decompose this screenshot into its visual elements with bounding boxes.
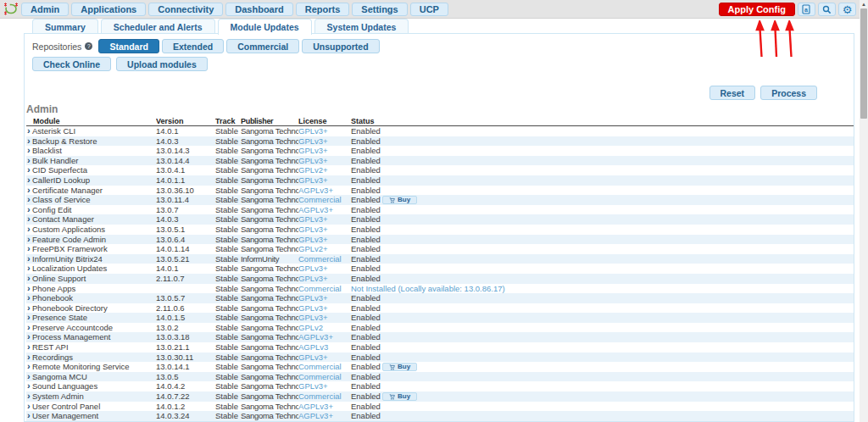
chevron-right-icon[interactable]: › — [26, 402, 32, 412]
table-row[interactable]: ›CallerID Lookup14.0.1.1StableSangoma Te… — [26, 175, 854, 186]
scroll-up-arrow[interactable]: ▲ — [860, 1, 868, 8]
license-link[interactable]: GPLv3+ — [298, 235, 328, 244]
buy-button[interactable]: Buy — [382, 392, 417, 401]
table-row[interactable]: ›Recordings13.0.30.11StableSangoma Techn… — [26, 353, 854, 363]
chevron-right-icon[interactable]: › — [26, 274, 32, 284]
license-link[interactable]: GPLv3+ — [298, 214, 328, 224]
chevron-right-icon[interactable]: › — [26, 175, 32, 186]
license-link[interactable]: Commercial — [298, 362, 342, 371]
repo-commercial-button[interactable]: Commercial — [226, 39, 299, 53]
chevron-right-icon[interactable]: › — [26, 372, 32, 382]
chevron-right-icon[interactable]: › — [26, 254, 32, 264]
license-link[interactable]: Commercial — [298, 391, 342, 401]
license-link[interactable]: GPLv3+ — [298, 156, 328, 165]
nav-item-applications[interactable]: Applications — [71, 3, 146, 16]
license-link[interactable]: GPLv3+ — [298, 313, 328, 322]
table-row[interactable]: ›Asterisk CLI14.0.1StableSangoma Technol… — [26, 126, 854, 136]
chevron-right-icon[interactable]: › — [26, 342, 32, 353]
license-link[interactable]: GPLv3+ — [298, 136, 328, 146]
table-row[interactable]: ›Sound Languages14.0.4.2StableSangoma Te… — [26, 381, 854, 391]
table-row[interactable]: ›Custom Applications13.0.5.1StableSangom… — [26, 225, 854, 235]
license-link[interactable]: Commercial — [298, 372, 342, 381]
chevron-right-icon[interactable]: › — [26, 284, 32, 294]
license-link[interactable]: GPLv3+ — [298, 175, 328, 185]
table-row[interactable]: ›Backup & Restore14.0.3StableSangoma Tec… — [26, 136, 854, 147]
license-link[interactable]: AGPLv3+ — [298, 411, 333, 420]
license-link[interactable]: Commercial — [298, 254, 342, 264]
table-row[interactable]: ›Contact Manager14.0.3StableSangoma Tech… — [26, 214, 854, 225]
license-link[interactable]: AGPLv3+ — [298, 402, 333, 411]
chevron-right-icon[interactable]: › — [26, 391, 32, 402]
table-row[interactable]: ›InformUnity Bitrix2413.0.5.21StableInfo… — [26, 254, 854, 264]
vertical-scrollbar[interactable]: ▲ — [860, 0, 868, 422]
search-button[interactable] — [818, 3, 836, 16]
nav-item-admin[interactable]: Admin — [21, 3, 69, 16]
reset-button[interactable]: Reset — [709, 86, 756, 100]
table-row[interactable]: ›Class of Service13.0.11.4StableSangoma … — [26, 195, 854, 205]
chevron-right-icon[interactable]: › — [26, 214, 32, 225]
repo-unsupported-button[interactable]: Unsupported — [302, 39, 379, 53]
table-row[interactable]: ›Preserve Accountcode13.0.2StableSangoma… — [26, 323, 854, 333]
chevron-right-icon[interactable]: › — [26, 313, 32, 323]
table-row[interactable]: ›Bulk Handler13.0.14.4StableSangoma Tech… — [26, 156, 854, 166]
table-row[interactable]: ›Process Management13.0.3.18StableSangom… — [26, 332, 854, 342]
buy-button[interactable]: Buy — [382, 196, 417, 204]
chevron-right-icon[interactable]: › — [26, 332, 32, 342]
table-row[interactable]: ›Phone AppsStableSangoma TechnologieComm… — [26, 284, 854, 294]
check-online-button[interactable]: Check Online — [32, 57, 111, 71]
nav-item-dashboard[interactable]: Dashboard — [225, 3, 292, 16]
license-link[interactable]: GPLv3+ — [298, 274, 328, 283]
license-link[interactable]: Commercial — [298, 195, 342, 204]
table-row[interactable]: ›Remote Monitoring Service13.0.14.1Stabl… — [26, 362, 854, 372]
upload-modules-button[interactable]: Upload modules — [116, 57, 208, 71]
license-link[interactable]: GPLv3+ — [298, 303, 328, 313]
chevron-right-icon[interactable]: › — [26, 353, 32, 363]
tab-module-updates[interactable]: Module Updates — [218, 19, 312, 35]
chevron-right-icon[interactable]: › — [26, 225, 32, 235]
chevron-right-icon[interactable]: › — [26, 165, 32, 175]
table-row[interactable]: ›Feature Code Admin13.0.6.4StableSangoma… — [26, 235, 854, 245]
table-row[interactable]: ›Sangoma MCU13.0.5StableSangoma Technolo… — [26, 372, 854, 382]
table-row[interactable]: ›Localization Updates14.0.1StableSangoma… — [26, 264, 854, 274]
buy-button[interactable]: Buy — [382, 363, 417, 371]
nav-item-ucp[interactable]: UCP — [410, 3, 448, 16]
license-link[interactable]: GPLv2+ — [298, 244, 328, 253]
license-link[interactable]: GPLv2+ — [298, 165, 328, 175]
scrollbar-thumb[interactable] — [860, 8, 867, 119]
table-row[interactable]: ›Phonebook13.0.5.7StableSangoma Technolo… — [26, 293, 854, 303]
apply-config-button[interactable]: Apply Config — [719, 3, 795, 16]
chevron-right-icon[interactable]: › — [26, 136, 32, 147]
chevron-right-icon[interactable]: › — [26, 293, 32, 303]
chevron-right-icon[interactable]: › — [26, 244, 32, 254]
table-row[interactable]: ›Blacklist13.0.14.3StableSangoma Technol… — [26, 146, 854, 156]
nav-item-settings[interactable]: Settings — [352, 3, 407, 16]
chevron-right-icon[interactable]: › — [26, 126, 32, 136]
table-row[interactable]: ›FreePBX Framework14.0.1.14StableSangoma… — [26, 244, 854, 254]
license-link[interactable]: GPLv3+ — [298, 225, 328, 234]
tab-summary[interactable]: Summary — [32, 19, 98, 33]
license-link[interactable]: Commercial — [298, 284, 342, 293]
chevron-right-icon[interactable]: › — [26, 411, 32, 421]
license-link[interactable]: AGPLv3+ — [298, 205, 333, 214]
license-link[interactable]: GPLv3+ — [298, 353, 328, 362]
nav-item-reports[interactable]: Reports — [296, 3, 350, 16]
license-link[interactable]: GPLv3+ — [298, 293, 328, 303]
chevron-right-icon[interactable]: › — [26, 195, 32, 205]
nav-item-connectivity[interactable]: Connectivity — [148, 3, 223, 16]
license-link[interactable]: GPLv2 — [298, 323, 323, 332]
chevron-right-icon[interactable]: › — [26, 362, 32, 372]
license-link[interactable]: AGPLv3 — [298, 342, 328, 352]
table-row[interactable]: ›Config Edit13.0.7StableSangoma Technolo… — [26, 205, 854, 215]
license-link[interactable]: GPLv3+ — [298, 381, 328, 391]
table-row[interactable]: ›System Admin14.0.7.22StableSangoma Tech… — [26, 391, 854, 402]
chevron-right-icon[interactable]: › — [26, 146, 32, 156]
table-row[interactable]: ›CID Superfecta13.0.4.1StableSangoma Tec… — [26, 165, 854, 175]
license-link[interactable]: GPLv3+ — [298, 264, 328, 273]
language-button[interactable]: a — [798, 3, 815, 16]
tab-system-updates[interactable]: System Updates — [314, 19, 409, 33]
license-link[interactable]: AGPLv3+ — [298, 332, 333, 341]
table-row[interactable]: ›Phonebook Directory2.11.0.6StableSangom… — [26, 303, 854, 314]
settings-button[interactable]: ⚙ — [838, 3, 856, 16]
chevron-right-icon[interactable]: › — [26, 156, 32, 166]
chevron-right-icon[interactable]: › — [26, 264, 32, 274]
